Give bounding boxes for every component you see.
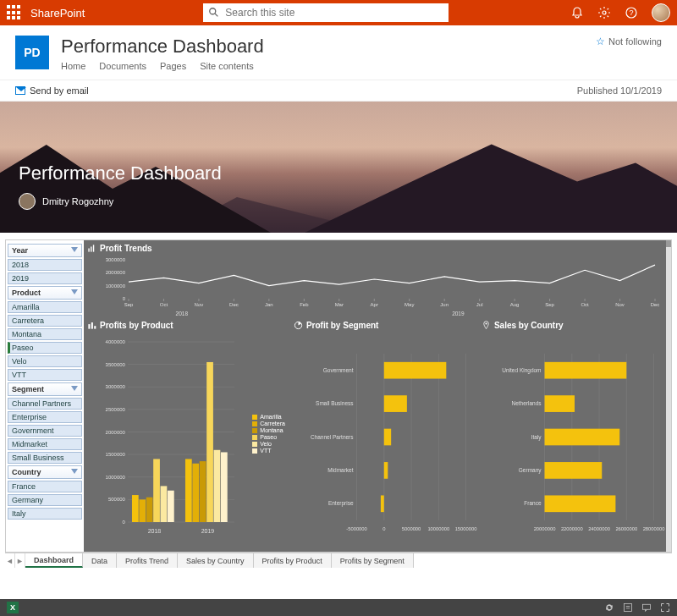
sheet-tab-data[interactable]: Data bbox=[83, 553, 117, 568]
slicer-year-item[interactable]: 2019 bbox=[8, 272, 82, 284]
sheet-tab-product[interactable]: Profits by Product bbox=[254, 553, 332, 568]
search-box[interactable] bbox=[203, 3, 449, 22]
send-email-button[interactable]: Send by email bbox=[15, 85, 89, 96]
site-logo[interactable]: PD bbox=[15, 36, 49, 69]
search-input[interactable] bbox=[225, 7, 443, 19]
slicer-segment-item[interactable]: Government bbox=[8, 425, 82, 437]
svg-text:May: May bbox=[405, 302, 414, 307]
slicer-segment-header[interactable]: Segment bbox=[8, 382, 82, 396]
site-header: PD Performance Dashboard Home Documents … bbox=[0, 25, 677, 71]
chart-trends-title: Profit Trends bbox=[87, 244, 666, 253]
app-launcher-icon[interactable] bbox=[7, 5, 22, 20]
svg-rect-69 bbox=[146, 498, 153, 522]
svg-text:Midmarket: Midmarket bbox=[327, 467, 354, 473]
mountain-right-icon bbox=[305, 140, 677, 233]
sheet-tab-country[interactable]: Sales by Country bbox=[178, 553, 254, 568]
slicer-product-item[interactable]: Velo bbox=[8, 355, 82, 367]
svg-rect-6 bbox=[91, 246, 91, 251]
slicer-segment-item[interactable]: Channel Partners bbox=[8, 398, 82, 410]
svg-text:1000000: 1000000 bbox=[106, 283, 126, 289]
svg-text:Feb: Feb bbox=[300, 302, 309, 307]
map-pin-icon bbox=[482, 321, 491, 330]
svg-text:?: ? bbox=[629, 8, 633, 17]
chart-icon bbox=[87, 321, 96, 330]
profit-trends-chart[interactable]: 0100000020000003000000SepOctNovDecJanFeb… bbox=[87, 256, 666, 317]
sheet-tab-dashboard[interactable]: Dashboard bbox=[25, 553, 83, 568]
slicer-segment-item[interactable]: Small Business bbox=[8, 452, 82, 464]
svg-rect-100 bbox=[381, 495, 384, 512]
svg-text:Oct: Oct bbox=[581, 302, 589, 307]
svg-text:Aug: Aug bbox=[510, 302, 520, 307]
gear-icon[interactable] bbox=[597, 6, 611, 19]
svg-text:Jan: Jan bbox=[265, 302, 273, 307]
sales-by-country-chart[interactable]: 2000000022000000240000002600000028000000… bbox=[482, 330, 666, 537]
info-icon[interactable] bbox=[623, 602, 633, 613]
follow-label: Not following bbox=[608, 36, 662, 47]
help-icon[interactable]: ? bbox=[625, 6, 638, 19]
slicer-year-item[interactable]: 2018 bbox=[8, 259, 82, 271]
svg-rect-46 bbox=[88, 324, 90, 329]
suite-right: ? bbox=[570, 3, 670, 22]
svg-text:Enterprise: Enterprise bbox=[328, 500, 354, 507]
svg-text:Sep: Sep bbox=[124, 302, 134, 307]
slicer-country-item[interactable]: Germany bbox=[8, 494, 82, 506]
svg-text:2000000: 2000000 bbox=[106, 430, 126, 435]
embed-scrollbar[interactable] bbox=[666, 240, 671, 552]
svg-text:Oct: Oct bbox=[160, 302, 168, 307]
slicer-country-header[interactable]: Country bbox=[8, 465, 82, 479]
svg-rect-5 bbox=[88, 249, 89, 252]
author-avatar[interactable] bbox=[19, 193, 36, 210]
svg-point-102 bbox=[485, 322, 487, 324]
slicer-country-item[interactable]: France bbox=[8, 481, 82, 492]
svg-text:Italy: Italy bbox=[531, 434, 542, 441]
filter-icon bbox=[71, 247, 78, 254]
profit-by-segment-chart[interactable]: -5000000050000001000000015000000Governme… bbox=[294, 330, 478, 537]
svg-text:Sep: Sep bbox=[545, 302, 554, 307]
svg-rect-79 bbox=[221, 452, 228, 522]
slicer-country-item[interactable]: Italy bbox=[8, 508, 82, 520]
refresh-icon[interactable] bbox=[604, 602, 614, 613]
filter-icon bbox=[71, 469, 78, 476]
svg-text:Nov: Nov bbox=[195, 302, 204, 307]
sheet-tab-trend[interactable]: Profits Trend bbox=[117, 553, 178, 568]
publish-status: Published 10/1/2019 bbox=[577, 85, 662, 96]
site-nav: Home Documents Pages Site contents bbox=[61, 61, 264, 71]
svg-text:3500000: 3500000 bbox=[106, 362, 126, 367]
slicer-product-item[interactable]: VTT bbox=[8, 369, 82, 381]
svg-rect-119 bbox=[544, 462, 602, 479]
svg-rect-67 bbox=[132, 495, 139, 522]
svg-text:0: 0 bbox=[123, 520, 126, 525]
svg-rect-71 bbox=[161, 486, 168, 522]
svg-rect-68 bbox=[139, 499, 146, 522]
user-avatar[interactable] bbox=[652, 3, 670, 22]
svg-text:10000000: 10000000 bbox=[427, 526, 449, 531]
fullscreen-icon[interactable] bbox=[660, 602, 670, 613]
slicer-segment-item[interactable]: Midmarket bbox=[8, 438, 82, 450]
svg-text:2018: 2018 bbox=[176, 311, 189, 316]
follow-button[interactable]: ☆ Not following bbox=[596, 36, 662, 47]
svg-text:3000000: 3000000 bbox=[106, 257, 126, 262]
slicer-product-item[interactable]: Carretera bbox=[8, 315, 82, 327]
svg-rect-117 bbox=[544, 429, 619, 446]
notifications-icon[interactable] bbox=[570, 6, 584, 19]
sheet-tab-segment[interactable]: Profits by Segment bbox=[332, 553, 414, 568]
slicer-year-header[interactable]: Year bbox=[8, 244, 82, 257]
nav-pages[interactable]: Pages bbox=[160, 61, 186, 71]
svg-point-0 bbox=[210, 8, 216, 14]
svg-text:0: 0 bbox=[383, 526, 385, 531]
nav-documents[interactable]: Documents bbox=[99, 61, 146, 71]
svg-text:Germany: Germany bbox=[519, 467, 542, 474]
slicer-product-header[interactable]: Product bbox=[8, 286, 82, 300]
nav-home[interactable]: Home bbox=[61, 61, 85, 71]
svg-text:0: 0 bbox=[123, 296, 126, 301]
slicer-segment-item[interactable]: Enterprise bbox=[8, 411, 82, 423]
svg-rect-121 bbox=[544, 495, 615, 512]
slicer-product-item[interactable]: Paseo bbox=[8, 342, 82, 354]
sheet-nav-next[interactable]: ► bbox=[15, 553, 25, 568]
slicer-product-item[interactable]: Amarilla bbox=[8, 301, 82, 313]
slicer-product-item[interactable]: Montana bbox=[8, 328, 82, 340]
excel-icon[interactable]: X bbox=[7, 602, 19, 613]
nav-site-contents[interactable]: Site contents bbox=[200, 61, 254, 71]
sheet-nav-prev[interactable]: ◄ bbox=[5, 553, 15, 568]
comments-icon[interactable] bbox=[641, 602, 652, 613]
